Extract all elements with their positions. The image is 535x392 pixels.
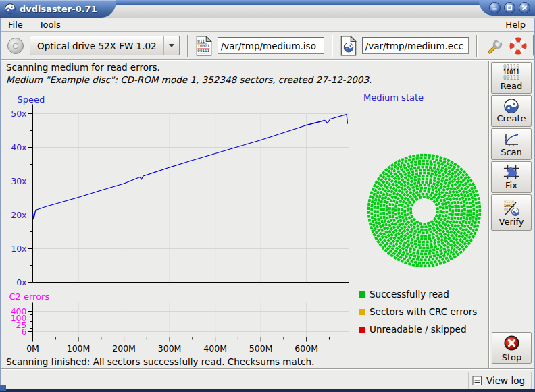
svg-text:011: 011 <box>197 39 205 43</box>
log-list-icon <box>472 376 482 386</box>
read-button[interactable]: 01110 10011 00111 Read <box>491 62 532 94</box>
view-log-button[interactable]: View log <box>468 372 532 389</box>
minimize-button[interactable] <box>489 2 501 13</box>
verify-binary-yinyang-icon: 01110 10011 00111 <box>503 199 520 217</box>
menubar: File Tools Help <box>0 18 535 32</box>
menu-help[interactable]: Help <box>504 19 528 30</box>
fix-button[interactable]: Fix <box>491 161 532 193</box>
window-title: dvdisaster-0.71 <box>20 4 97 14</box>
stop-button[interactable]: Stop <box>492 332 532 364</box>
svg-text:10011: 10011 <box>197 44 209 48</box>
legend-row: Successfully read <box>359 285 477 303</box>
scan-chart-icon <box>503 132 519 147</box>
create-button-label: Create <box>496 113 526 123</box>
minimize-icon <box>492 5 498 11</box>
heading-line1: Scanning medium for read errors. <box>6 61 372 74</box>
action-sidebar: 01110 10011 00111 Read Create Scan <box>491 62 532 231</box>
svg-text:100M: 100M <box>67 343 91 354</box>
scan-heading: Scanning medium for read errors. Medium … <box>6 61 372 86</box>
legend-row: Sectors with CRC errors <box>359 303 477 320</box>
window-controls <box>479 0 535 16</box>
chevron-down-icon <box>169 44 174 47</box>
help-lifebelt-icon[interactable] <box>509 37 527 55</box>
title-tab: dvdisaster-0.71 <box>0 0 116 18</box>
close-icon <box>521 5 528 11</box>
svg-text:200M: 200M <box>112 343 136 354</box>
toolbar: Optical drive 52X FW 1.02 011 10011 0011… <box>0 32 535 60</box>
legend-swatch <box>359 291 365 298</box>
svg-text:400: 400 <box>11 306 27 316</box>
window-left-border <box>0 18 1 389</box>
svg-text:20x: 20x <box>11 210 26 220</box>
legend-row: Unreadable / skipped <box>359 320 477 338</box>
toolbar-separator <box>476 35 478 57</box>
menu-tools[interactable]: Tools <box>38 19 62 30</box>
create-button[interactable]: Create <box>491 95 532 127</box>
svg-text:400M: 400M <box>203 343 227 354</box>
drive-selector[interactable]: Optical drive 52X FW 1.02 <box>30 36 180 55</box>
maximize-icon <box>507 5 513 11</box>
toolbar-right-group <box>474 35 535 57</box>
svg-text:40x: 40x <box>11 142 26 152</box>
svg-text:500M: 500M <box>249 343 273 354</box>
close-button[interactable] <box>519 2 530 13</box>
fix-button-label: Fix <box>505 180 517 190</box>
iso-path-input[interactable] <box>218 37 324 54</box>
drive-selector-value: Optical drive 52X FW 1.02 <box>30 40 163 51</box>
legend-label: Sectors with CRC errors <box>370 306 477 317</box>
medium-state-disc <box>366 152 482 269</box>
verify-button[interactable]: 01110 10011 00111 Verify <box>491 194 532 231</box>
read-speed-and-c2-charts: 0x10x20x30x40x50x0M100M200M300M400M500M6… <box>4 90 355 356</box>
svg-text:10x: 10x <box>11 244 26 254</box>
svg-text:600M: 600M <box>295 343 318 354</box>
menu-file[interactable]: File <box>7 19 24 30</box>
iso-file-icon: 011 10011 00111 <box>196 36 212 56</box>
binary-read-icon: 01110 10011 00111 <box>503 65 519 81</box>
maximize-button[interactable] <box>504 2 515 13</box>
titlebar[interactable]: dvdisaster-0.71 <box>0 0 535 18</box>
ecc-file-icon <box>340 36 357 56</box>
puzzle-fix-icon <box>503 164 519 180</box>
sidebar-separator <box>488 61 490 368</box>
cd-drive-icon <box>7 37 24 55</box>
footer-separator <box>0 368 535 369</box>
yinyang-create-icon <box>504 99 519 113</box>
medium-state-legend: Successfully read Sectors with CRC error… <box>359 285 477 338</box>
heading-line2: Medium "Example disc": CD-ROM mode 1, 35… <box>6 74 372 86</box>
svg-text:300M: 300M <box>158 343 182 354</box>
view-log-label: View log <box>486 375 525 386</box>
svg-text:50x: 50x <box>11 109 26 119</box>
svg-text:0x: 0x <box>16 277 26 287</box>
legend-label: Successfully read <box>370 289 449 300</box>
toolbar-separator <box>332 35 333 57</box>
legend-label: Unreadable / skipped <box>370 324 466 335</box>
svg-text:30x: 30x <box>11 176 26 186</box>
preferences-wrench-icon[interactable] <box>486 37 503 55</box>
window-corner <box>0 385 6 391</box>
medium-state-title: Medium state <box>363 92 424 103</box>
legend-swatch <box>359 309 365 315</box>
window-bottom-border <box>0 389 535 392</box>
toolbar-separator <box>187 35 188 57</box>
stop-button-label: Stop <box>502 352 522 362</box>
ecc-path-input[interactable] <box>362 37 469 54</box>
svg-text:0M: 0M <box>26 343 39 354</box>
legend-swatch <box>359 327 365 333</box>
verify-button-label: Verify <box>499 217 524 227</box>
svg-text:C2 errors: C2 errors <box>9 291 50 302</box>
scan-button-label: Scan <box>501 147 522 157</box>
svg-text:Speed: Speed <box>18 94 45 105</box>
drive-selector-arrow <box>163 36 179 55</box>
scan-result-status: Scanning finished: All sectors successfu… <box>6 356 314 367</box>
dvdisaster-window: dvdisaster-0.71 File Tools Help Optical … <box>0 0 535 392</box>
read-button-label: Read <box>501 81 523 91</box>
svg-text:00111: 00111 <box>197 49 209 53</box>
app-yinyang-icon <box>5 3 16 14</box>
stop-icon <box>503 334 521 352</box>
scan-button[interactable]: Scan <box>491 128 532 160</box>
